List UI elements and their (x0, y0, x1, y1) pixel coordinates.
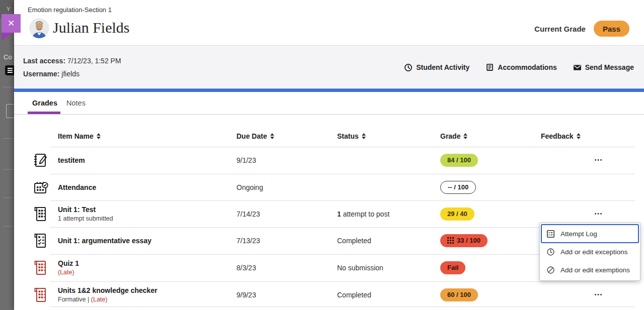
attendance-calendar-icon (32, 179, 49, 196)
sort-icon (270, 133, 274, 139)
row-options-menu: Attempt Log Add or edit exceptions Add o… (539, 223, 640, 281)
tab-grades[interactable]: Grades (32, 92, 57, 114)
status: Completed (337, 291, 371, 299)
background-partial-text: Y (7, 6, 10, 12)
accommodations-button[interactable]: Accommodations (486, 63, 556, 72)
ellipsis-icon: ••• (595, 157, 603, 163)
sort-icon (97, 133, 101, 139)
ellipsis-icon: ••• (595, 211, 603, 217)
test-late-icon (32, 259, 49, 276)
student-activity-label: Student Activity (416, 63, 469, 71)
last-access-value: 7/12/23, 1:52 PM (67, 57, 121, 65)
column-grade[interactable]: Grade (440, 132, 467, 140)
attempt-log-icon (546, 230, 555, 238)
student-meta-band: Last access: 7/12/23, 1:52 PM Username: … (14, 45, 644, 88)
last-access-label: Last access: (23, 57, 65, 65)
menu-item-attempt-log[interactable]: Attempt Log (541, 225, 638, 243)
student-name: Julian Fields (53, 19, 130, 36)
grades-table-header: Item Name Due Date Status Grade Feedback (14, 128, 644, 147)
due-date: 7/14/23 (236, 210, 260, 218)
tab-notes[interactable]: Notes (66, 92, 86, 114)
grade-pill[interactable]: 33 / 100 (440, 234, 488, 247)
row-options-button[interactable]: ••• (588, 153, 610, 167)
background-divider (3, 226, 14, 227)
row-options-button[interactable]: ••• (588, 207, 610, 221)
clock-icon (404, 63, 413, 72)
last-access: Last access: 7/12/23, 1:52 PM (23, 57, 121, 65)
item-name: Attendance (58, 183, 96, 191)
envelope-icon (573, 63, 582, 72)
background-partial-text: Co (4, 53, 12, 61)
journal-pencil-icon (32, 152, 49, 169)
send-message-label: Send Message (585, 63, 634, 71)
item-name: Unit 1: argumentative essay (58, 236, 151, 245)
due-date: 9/1/23 (236, 156, 256, 164)
due-date: 7/13/23 (236, 237, 260, 245)
clock-icon (546, 248, 555, 256)
background-divider (3, 169, 14, 170)
table-row: testitem 9/1/23 84 / 100 ••• (14, 147, 644, 173)
menu-item-add-exemptions[interactable]: Add or edit exemptions (541, 261, 638, 279)
status: No submission (337, 264, 383, 272)
item-name: Unit 1: Test (58, 205, 113, 214)
menu-item-label: Add or edit exceptions (560, 248, 628, 256)
student-activity-button[interactable]: Student Activity (404, 63, 469, 72)
test-late-icon (32, 286, 49, 303)
due-date: 9/9/23 (236, 291, 256, 299)
tab-bar: Grades Notes (14, 92, 644, 115)
ellipsis-icon: ••• (595, 292, 603, 297)
item-name: Quiz 1 (58, 259, 79, 268)
column-item-name[interactable]: Item Name (58, 132, 101, 140)
attempts-grid-icon (447, 237, 454, 244)
essay-checklist-icon (32, 232, 49, 249)
due-date: Ongoing (236, 183, 263, 191)
column-status[interactable]: Status (337, 132, 366, 140)
item-subtext: (Late) (58, 268, 79, 276)
close-button-ribbon-tail (2, 33, 13, 41)
background-divider (3, 87, 14, 87)
username-label: Username: (23, 70, 59, 78)
menu-item-add-exceptions[interactable]: Add or edit exceptions (541, 243, 638, 261)
accommodations-label: Accommodations (498, 63, 556, 71)
accent-divider-bar (14, 88, 644, 92)
grade-pill[interactable]: -- / 100 (440, 181, 476, 194)
item-name: testitem (58, 156, 85, 164)
dimmed-background-page: Y Co (0, 0, 14, 310)
status: Completed (337, 237, 371, 245)
grade-pill[interactable]: 60 / 100 (440, 288, 478, 301)
due-date: 8/3/23 (236, 264, 256, 272)
background-card (6, 104, 14, 118)
close-icon: ✕ (8, 19, 15, 28)
send-message-button[interactable]: Send Message (573, 63, 634, 72)
course-title: Emotion regulation-Section 1 (28, 6, 112, 14)
column-due-date[interactable]: Due Date (236, 132, 274, 140)
student-avatar (29, 18, 49, 38)
username: Username: jfields (23, 70, 79, 78)
background-divider (3, 138, 14, 139)
grade-pill[interactable]: 29 / 40 (440, 208, 474, 221)
test-icon (32, 205, 49, 223)
current-grade-label: Current Grade (534, 25, 586, 33)
username-value: jfields (61, 70, 79, 78)
document-icon (486, 63, 494, 72)
sort-icon (577, 133, 581, 139)
close-panel-button[interactable]: ✕ (2, 14, 21, 33)
grade-pill[interactable]: Fail (440, 261, 465, 274)
no-entry-icon (546, 266, 555, 274)
sort-icon (463, 133, 467, 139)
item-subtext: Formative | (Late) (58, 295, 157, 303)
active-tab-underline (28, 112, 60, 114)
background-menu-button (5, 65, 14, 75)
item-subtext: 1 attempt submitted (58, 215, 113, 223)
screen: Y Co ✕ Emotion regulation-Section 1 Juli… (0, 0, 644, 310)
menu-item-label: Add or edit exemptions (560, 266, 630, 274)
current-grade-pill[interactable]: Pass (594, 21, 629, 37)
background-divider (3, 197, 14, 198)
sort-icon (362, 133, 366, 139)
row-options-button[interactable]: ••• (588, 288, 610, 302)
column-feedback[interactable]: Feedback (541, 132, 581, 140)
menu-item-label: Attempt Log (560, 230, 597, 238)
grade-pill[interactable]: 84 / 100 (440, 154, 478, 167)
table-row: Attendance Ongoing -- / 100 (14, 174, 644, 200)
item-name: Units 1&2 knowledge checker (58, 286, 157, 295)
